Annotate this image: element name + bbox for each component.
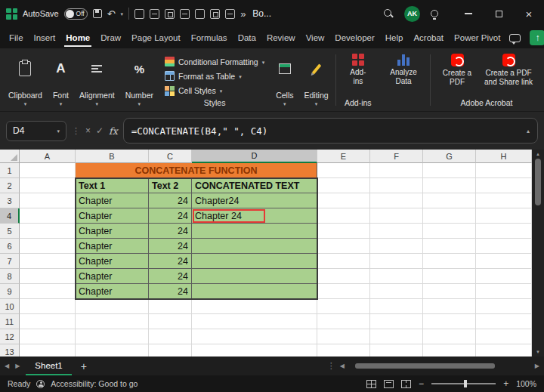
analyze-data-button[interactable]: Analyze Data [384,52,423,87]
cell-A7[interactable] [20,254,76,269]
cell-C10[interactable] [149,299,192,314]
cell-A9[interactable] [20,284,76,299]
enter-check-icon[interactable]: ✓ [96,125,104,136]
menu-tab-view[interactable]: View [304,29,326,47]
cell-F3[interactable] [370,193,423,208]
menu-tab-help[interactable]: Help [384,29,405,47]
cell-D10[interactable] [192,299,317,314]
row-header-5[interactable]: 5 [0,224,20,239]
row-header-1[interactable]: 1 [0,163,20,178]
cell-F2[interactable] [370,178,423,193]
cell-F9[interactable] [370,284,423,299]
cell-B12[interactable] [76,329,149,344]
cell-B1[interactable]: CONCATENATE FUNCTION [76,163,317,178]
undo-chevron-icon[interactable]: ▾ [121,11,124,17]
alignment-group[interactable]: Alignment ▾ [74,51,120,110]
menu-tab-draw[interactable]: Draw [99,29,122,47]
qat-icon-7[interactable] [225,9,235,19]
qat-icon-3[interactable] [165,9,175,19]
cell-E7[interactable] [317,254,370,269]
font-group[interactable]: A Font ▾ [48,51,74,110]
cell-F6[interactable] [370,239,423,254]
row-header-10[interactable]: 10 [0,299,20,314]
cells-group[interactable]: Cells ▾ [270,51,298,110]
normal-view-icon[interactable] [366,380,376,388]
cell-H9[interactable] [476,284,532,299]
cell-E11[interactable] [317,314,370,329]
scroll-up-icon[interactable]: ▲ [536,152,540,156]
qat-icon-4[interactable] [180,9,190,19]
cell-H7[interactable] [476,254,532,269]
cell-D8[interactable] [192,269,317,284]
cell-B5[interactable]: Chapter [76,224,149,239]
lightbulb-icon[interactable] [431,10,438,17]
menu-tab-power-pivot[interactable]: Power Pivot [453,29,502,47]
cell-D11[interactable] [192,314,317,329]
cell-E10[interactable] [317,299,370,314]
horizontal-scrollbar[interactable] [349,363,530,369]
cell-H12[interactable] [476,329,532,344]
cell-C5[interactable]: 24 [149,224,192,239]
cell-E2[interactable] [317,178,370,193]
cell-H4[interactable] [476,208,532,224]
cell-D6[interactable] [192,239,317,254]
zoom-in-icon[interactable]: + [503,378,508,389]
save-icon[interactable] [93,9,102,18]
cell-B10[interactable] [76,299,149,314]
formula-input[interactable]: =CONCATENATE(B4," ", C4) ▴ [123,118,538,144]
row-header-11[interactable]: 11 [0,314,20,329]
comments-icon[interactable] [509,34,521,42]
cell-F10[interactable] [370,299,423,314]
cell-E1[interactable] [317,163,370,178]
cell-B7[interactable]: Chapter [76,254,149,269]
undo-icon[interactable]: ↶ [107,9,116,19]
insert-function-button[interactable]: fx [109,125,118,137]
cell-A1[interactable] [20,163,76,178]
page-layout-view-icon[interactable] [384,380,394,388]
menu-tab-page-layout[interactable]: Page Layout [130,29,182,47]
menu-tab-review[interactable]: Review [265,29,297,47]
row-header-3[interactable]: 3 [0,193,20,208]
cell-H13[interactable] [476,344,532,357]
cell-A4[interactable] [20,208,76,224]
cell-G9[interactable] [423,284,476,299]
menu-tab-acrobat[interactable]: Acrobat [412,29,445,47]
cell-C13[interactable] [149,344,192,357]
zoom-slider-thumb[interactable] [464,380,467,387]
cell-B8[interactable]: Chapter [76,269,149,284]
cell-A12[interactable] [20,329,76,344]
cell-B9[interactable]: Chapter [76,284,149,299]
cell-F8[interactable] [370,269,423,284]
row-header-6[interactable]: 6 [0,239,20,254]
sheet-nav-right-icon[interactable]: ▶ [15,363,20,369]
cell-H11[interactable] [476,314,532,329]
cell-B4[interactable]: Chapter [76,208,149,224]
create-pdf-button[interactable]: Create a PDF [437,52,477,88]
cell-E6[interactable] [317,239,370,254]
cell-C11[interactable] [149,314,192,329]
cell-C8[interactable]: 24 [149,269,192,284]
cell-B13[interactable] [76,344,149,357]
cell-C4[interactable]: 24 [149,208,192,224]
create-pdf-share-button[interactable]: Create a PDF and Share link [481,52,536,88]
horizontal-scroll-thumb[interactable] [355,363,495,369]
cell-G12[interactable] [423,329,476,344]
number-group[interactable]: % Number ▾ [120,51,159,110]
cell-D9[interactable] [192,284,317,299]
vertical-scrollbar[interactable]: ▲ ▼ [532,150,544,357]
cell-F13[interactable] [370,344,423,357]
menu-tab-insert[interactable]: Insert [32,29,57,47]
qat-icon-2[interactable] [150,9,159,19]
cell-B11[interactable] [76,314,149,329]
cell-C9[interactable]: 24 [149,284,192,299]
cell-G11[interactable] [423,314,476,329]
cell-H6[interactable] [476,239,532,254]
conditional-formatting-button[interactable]: Conditional Formatting ▾ [165,54,264,69]
cell-C3[interactable]: 24 [149,193,192,208]
cell-C7[interactable]: 24 [149,254,192,269]
cell-E8[interactable] [317,269,370,284]
cell-G4[interactable] [423,208,476,224]
editing-group[interactable]: Editing ▾ [299,51,334,110]
format-as-table-button[interactable]: Format as Table ▾ [165,69,264,83]
row-header-13[interactable]: 13 [0,344,20,357]
